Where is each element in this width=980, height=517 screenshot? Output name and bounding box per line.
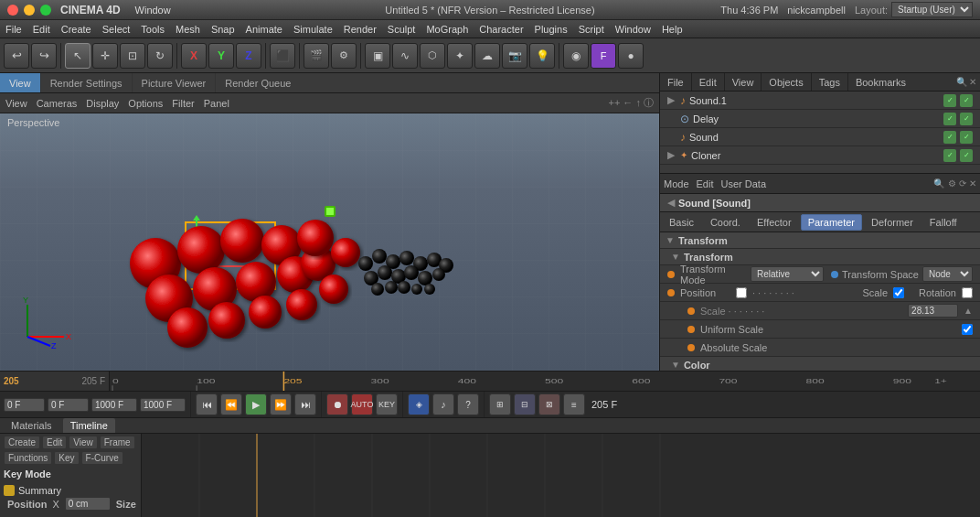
move-tool-btn[interactable]: ✛ [92, 43, 118, 69]
transform-mode-select[interactable]: Relative [751, 266, 824, 282]
select-tool-btn[interactable]: ↖ [65, 43, 91, 69]
scale-up-arrow[interactable]: ▲ [964, 306, 973, 316]
scale-input[interactable] [908, 304, 958, 318]
next-frame-btn[interactable]: ⏩ [270, 393, 292, 415]
coord-x-pos[interactable] [65, 497, 111, 511]
sound-btn[interactable]: ♪ [432, 393, 454, 415]
tl-functions[interactable]: Functions [4, 451, 52, 465]
scheme-btn[interactable]: ⊟ [514, 393, 536, 415]
undo-btn[interactable]: ↩ [4, 43, 29, 69]
menu-mograph[interactable]: MoGraph [426, 24, 468, 35]
deform-btn[interactable]: ⬡ [420, 43, 445, 69]
timeline-extra[interactable]: ≡ [563, 393, 585, 415]
tl-key[interactable]: Key [54, 451, 79, 465]
props-tab-deformer[interactable]: Deformer [864, 214, 921, 231]
tab-timeline[interactable]: Timeline [63, 418, 115, 433]
spline-btn[interactable]: ∿ [392, 43, 418, 69]
sound-active[interactable]: ✓ [960, 131, 973, 144]
tab-materials[interactable]: Materials [4, 418, 59, 433]
timeline-track-area[interactable] [142, 434, 980, 517]
obj-tab-objects[interactable]: Objects [762, 73, 811, 91]
menu-mesh[interactable]: Mesh [176, 24, 200, 35]
menu-help[interactable]: Help [662, 24, 683, 35]
frame-start-input[interactable] [4, 398, 45, 412]
obj-tab-edit[interactable]: Edit [692, 73, 725, 91]
search-icon[interactable]: 🔍 [956, 77, 967, 87]
icon-2[interactable]: F [591, 43, 616, 69]
y-axis-btn[interactable]: Y [208, 43, 234, 69]
icon-3[interactable]: ● [618, 43, 644, 69]
play-btn[interactable]: ▶ [245, 393, 267, 415]
menu-animate[interactable]: Animate [246, 24, 282, 35]
menu-snap[interactable]: Snap [211, 24, 235, 35]
delay-visible[interactable]: ✓ [943, 113, 956, 125]
menu-script[interactable]: Script [579, 24, 604, 35]
menu-edit[interactable]: Edit [33, 24, 50, 35]
scale-checkbox[interactable] [893, 287, 904, 298]
motion-btn[interactable]: ◈ [408, 393, 430, 415]
tab-render-settings[interactable]: Render Settings [41, 73, 133, 92]
scene-btn[interactable]: ☁ [474, 43, 500, 69]
layout-select[interactable]: Startup (User) [891, 2, 973, 17]
frame-current-input[interactable] [48, 398, 89, 412]
vp-filter[interactable]: Filter [172, 98, 194, 109]
redo-btn[interactable]: ↪ [31, 43, 57, 69]
menu-sculpt[interactable]: Sculpt [388, 24, 416, 35]
goto-end-btn[interactable]: ⏭ [294, 393, 316, 415]
obj-tab-file[interactable]: File [660, 73, 692, 91]
uniform-scale-checkbox[interactable] [962, 324, 973, 335]
props-search-icon[interactable]: 🔍 [933, 178, 944, 188]
props-tab-userdata[interactable]: User Data [721, 178, 767, 189]
summary-item[interactable]: Summary [4, 483, 137, 498]
menu-plugins[interactable]: Plugins [535, 24, 568, 35]
help-btn[interactable]: ? [457, 393, 479, 415]
viewport[interactable]: Perspective [0, 113, 659, 371]
vp-cameras[interactable]: Cameras [37, 98, 78, 109]
props-tab-coord[interactable]: Coord. [703, 214, 748, 231]
obj-btn[interactable]: ▣ [365, 43, 390, 69]
tab-view[interactable]: View [0, 73, 41, 92]
obj-tab-view[interactable]: View [725, 73, 762, 91]
menu-window[interactable]: Window [615, 24, 651, 35]
icon-1[interactable]: ◉ [563, 43, 589, 69]
delay-active[interactable]: ✓ [960, 113, 973, 125]
close-button[interactable] [7, 5, 18, 16]
sound1-visible[interactable]: ✓ [943, 94, 956, 107]
obj-item-sound1[interactable]: ▶ ♪ Sound.1 ✓ ✓ [660, 92, 980, 110]
x-axis-btn[interactable]: X [181, 43, 207, 69]
scale-tool-btn[interactable]: ⊡ [120, 43, 145, 69]
transform-space-select[interactable]: Node [922, 266, 973, 282]
cloner-active[interactable]: ✓ [960, 149, 973, 162]
vp-options[interactable]: Options [128, 98, 163, 109]
ruler-area[interactable]: 0 100 205 300 400 500 600 700 800 900 1+ [110, 372, 980, 391]
tl-create[interactable]: Create [4, 436, 40, 449]
tab-picture-viewer[interactable]: Picture Viewer [133, 73, 217, 92]
position-checkbox[interactable] [736, 287, 747, 298]
obj-close-icon[interactable]: ✕ [969, 77, 976, 87]
loop-btn[interactable]: ⊞ [489, 393, 511, 415]
frame-end-input[interactable] [91, 398, 137, 412]
minimize-button[interactable] [24, 5, 35, 16]
key-btn[interactable]: KEY [376, 393, 398, 415]
menu-render[interactable]: Render [344, 24, 377, 35]
auto-key-btn[interactable]: AUTO [351, 393, 373, 415]
menu-window[interactable]: Window [135, 5, 171, 16]
render-btn[interactable]: 🎬 [304, 43, 329, 69]
props-tab-mode[interactable]: Mode [664, 178, 689, 189]
menu-tools[interactable]: Tools [141, 24, 165, 35]
props-tab-effector[interactable]: Effector [750, 214, 799, 231]
maximize-button[interactable] [40, 5, 51, 16]
cam-btn[interactable]: 📷 [502, 43, 527, 69]
tl-frame[interactable]: Frame [100, 436, 135, 449]
props-tab-basic[interactable]: Basic [662, 214, 701, 231]
obj-item-sound[interactable]: ♪ Sound ✓ ✓ [660, 128, 980, 146]
menu-simulate[interactable]: Simulate [293, 24, 333, 35]
obj-tab-tags[interactable]: Tags [812, 73, 848, 91]
menu-character[interactable]: Character [479, 24, 523, 35]
obj-item-cloner[interactable]: ▶ ✦ Cloner ✓ ✓ [660, 146, 980, 165]
gen-btn[interactable]: ✦ [447, 43, 473, 69]
tl-fcurve[interactable]: F-Curve [81, 451, 123, 465]
props-tab-parameter[interactable]: Parameter [801, 214, 862, 231]
cloner-visible[interactable]: ✓ [943, 149, 956, 162]
cube-btn[interactable]: ⬛ [270, 43, 295, 69]
